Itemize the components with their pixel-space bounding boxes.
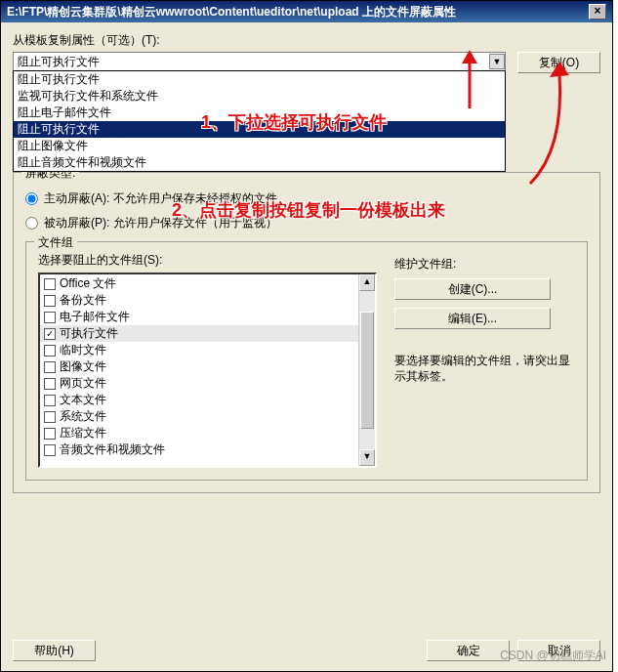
filegroup-legend: 文件组 <box>34 234 77 251</box>
edit-button[interactable]: 编辑(E)... <box>394 308 551 329</box>
checkbox-icon[interactable] <box>44 411 56 423</box>
radio-passive-label: 被动屏蔽(P): 允许用户保存文件（用于监视） <box>44 215 277 231</box>
settings-fieldset: 屏蔽类型: 主动屏蔽(A): 不允许用户保存未经授权的文件 被动屏蔽(P): 允… <box>13 172 600 493</box>
radio-passive-row[interactable]: 被动屏蔽(P): 允许用户保存文件（用于监视） <box>25 215 588 231</box>
list-item-label: 电子邮件文件 <box>60 309 130 325</box>
dropdown-option[interactable]: 阻止可执行文件 <box>14 71 505 88</box>
dropdown-option[interactable]: 阻止电子邮件文件 <box>14 105 505 121</box>
list-item-label: 压缩文件 <box>60 425 106 441</box>
template-label: 从模板复制属性（可选）(T): <box>13 32 600 49</box>
list-item[interactable]: 音频文件和视频文件 <box>40 441 358 458</box>
dropdown-option[interactable]: 监视可执行文件和系统文件 <box>14 88 505 105</box>
list-item[interactable]: ✓可执行文件 <box>40 325 358 342</box>
checkbox-icon[interactable] <box>44 378 56 390</box>
filegroup-select-label: 选择要阻止的文件组(S): <box>38 252 377 269</box>
help-button[interactable]: 帮助(H) <box>13 640 96 661</box>
scrollbar[interactable]: ▲ ▼ <box>358 274 375 466</box>
dialog-footer: 帮助(H) 确定 取消 <box>1 632 612 671</box>
list-item[interactable]: 文本文件 <box>40 392 358 408</box>
radio-active-label: 主动屏蔽(A): 不允许用户保存未经授权的文件 <box>44 190 277 207</box>
radio-active[interactable] <box>25 192 38 205</box>
dropdown-option[interactable]: 阻止可执行文件 <box>14 121 505 138</box>
list-item[interactable]: 网页文件 <box>40 375 358 392</box>
list-item-label: Office 文件 <box>60 275 116 292</box>
create-button[interactable]: 创建(C)... <box>394 278 551 300</box>
checkbox-icon[interactable] <box>44 345 56 357</box>
dropdown-list: 阻止可执行文件 监视可执行文件和系统文件 阻止电子邮件文件 阻止可执行文件 阻止… <box>13 70 506 172</box>
list-item-label: 备份文件 <box>60 292 106 309</box>
checkbox-icon[interactable]: ✓ <box>44 328 56 340</box>
checkbox-icon[interactable] <box>44 361 56 373</box>
arrow-2-icon <box>520 62 579 189</box>
checkbox-icon[interactable] <box>44 312 56 323</box>
dialog-content: 从模板复制属性（可选）(T): 阻止可执行文件 ▼ 阻止可执行文件 监视可执行文… <box>1 22 612 632</box>
list-item-label: 系统文件 <box>60 408 106 425</box>
checkbox-icon[interactable] <box>44 428 56 440</box>
checkbox-icon[interactable] <box>44 295 56 307</box>
list-item[interactable]: Office 文件 <box>40 275 358 292</box>
maint-note: 要选择要编辑的文件组，请突出显示其标签。 <box>394 353 575 384</box>
chevron-down-icon[interactable]: ▼ <box>489 54 505 69</box>
dialog-window: E:\FTP\精创云集群版\精创云wwwroot\Content\ueditor… <box>0 0 613 672</box>
checkbox-icon[interactable] <box>44 444 56 456</box>
scroll-down-icon[interactable]: ▼ <box>359 449 375 466</box>
dropdown-option[interactable]: 阻止图像文件 <box>14 138 505 154</box>
checkbox-icon[interactable] <box>44 395 56 406</box>
window-title: E:\FTP\精创云集群版\精创云wwwroot\Content\ueditor… <box>7 4 456 21</box>
template-dropdown[interactable]: 阻止可执行文件 ▼ <box>13 52 506 71</box>
list-item[interactable]: 备份文件 <box>40 292 358 309</box>
radio-passive[interactable] <box>25 217 38 230</box>
list-item[interactable]: 图像文件 <box>40 358 358 375</box>
list-item-label: 文本文件 <box>60 392 106 408</box>
list-item[interactable]: 临时文件 <box>40 342 358 358</box>
list-item-label: 可执行文件 <box>60 325 118 342</box>
list-item[interactable]: 系统文件 <box>40 408 358 425</box>
scroll-thumb[interactable] <box>360 312 374 429</box>
list-item-label: 临时文件 <box>60 342 106 358</box>
list-item-label: 音频文件和视频文件 <box>60 441 165 458</box>
ok-button[interactable]: 确定 <box>427 640 510 661</box>
list-item[interactable]: 电子邮件文件 <box>40 309 358 325</box>
scroll-up-icon[interactable]: ▲ <box>359 274 375 291</box>
filegroup-listbox[interactable]: Office 文件备份文件电子邮件文件✓可执行文件临时文件图像文件网页文件文本文… <box>38 273 377 468</box>
copy-button[interactable]: 复制(O) <box>517 52 600 73</box>
list-item[interactable]: 压缩文件 <box>40 425 358 441</box>
radio-active-row[interactable]: 主动屏蔽(A): 不允许用户保存未经授权的文件 <box>25 190 588 207</box>
template-dropdown-wrap: 阻止可执行文件 ▼ 阻止可执行文件 监视可执行文件和系统文件 阻止电子邮件文件 … <box>13 52 506 71</box>
dropdown-value: 阻止可执行文件 <box>18 54 100 70</box>
list-item-label: 图像文件 <box>60 358 106 375</box>
dropdown-option[interactable]: 阻止音频文件和视频文件 <box>14 154 505 171</box>
maint-label: 维护文件组: <box>394 256 575 273</box>
filegroup-fieldset: 文件组 选择要阻止的文件组(S): Office 文件备份文件电子邮件文件✓可执… <box>25 241 588 481</box>
checkbox-icon[interactable] <box>44 278 56 290</box>
list-item-label: 网页文件 <box>60 375 106 392</box>
close-button[interactable]: × <box>589 4 606 20</box>
titlebar[interactable]: E:\FTP\精创云集群版\精创云wwwroot\Content\ueditor… <box>1 1 612 22</box>
cancel-button[interactable]: 取消 <box>517 640 600 661</box>
